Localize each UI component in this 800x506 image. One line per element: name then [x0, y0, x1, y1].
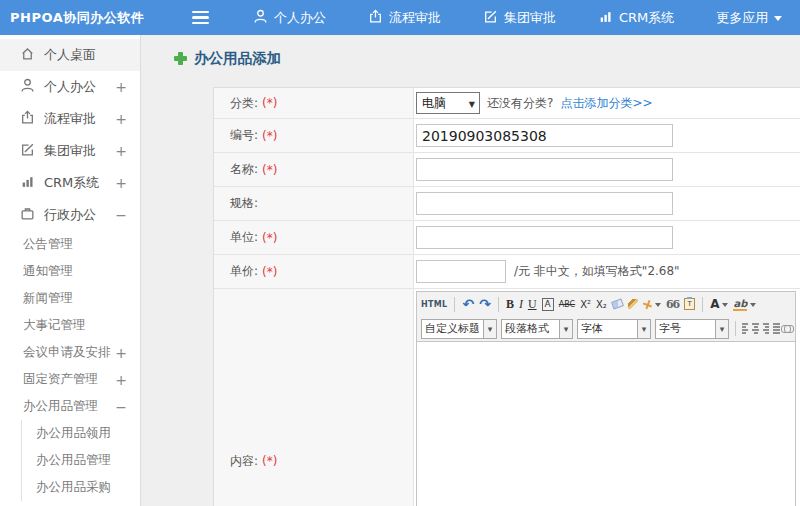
superscript-button[interactable]: X² — [580, 299, 591, 310]
align-right-icon[interactable] — [763, 323, 769, 334]
unit-label: 单位: (*) — [214, 221, 414, 254]
font-size-dropdown[interactable]: 字号 — [655, 319, 729, 339]
caret-down-icon — [774, 16, 782, 25]
category-select[interactable]: 电脑 — [416, 92, 480, 114]
price-label: 单价: (*) — [214, 255, 414, 288]
required-mark: (*) — [262, 163, 277, 177]
required-mark: (*) — [262, 265, 277, 279]
sidebar-item-supplies-requisition[interactable]: 办公用品领用 — [22, 420, 140, 447]
caret-down-icon — [655, 303, 661, 310]
paste-as-text-icon[interactable] — [684, 298, 695, 310]
expand-icon[interactable]: + — [115, 79, 127, 95]
redo-icon[interactable] — [479, 297, 491, 311]
undo-icon[interactable] — [462, 297, 474, 311]
sidebar-item-office-supplies-mgmt[interactable]: 办公用品管理 − — [0, 393, 140, 420]
highlight-color-button[interactable]: ab — [733, 298, 756, 311]
editor-toolbar-row1: HTML B I U A ABC X² X₂ — [417, 292, 795, 316]
expand-icon[interactable]: + — [115, 372, 127, 388]
wand-icon — [642, 298, 654, 310]
format-painter-icon[interactable] — [628, 299, 638, 309]
sidebar-item-supplies-management[interactable]: 办公用品管理 — [22, 447, 140, 474]
insert-link-icon[interactable] — [784, 325, 791, 333]
category-label: 分类: (*) — [214, 88, 414, 118]
align-center-icon[interactable] — [752, 323, 758, 334]
caret-down-icon — [750, 303, 756, 310]
sidebar-item-personal-desktop[interactable]: 个人桌面 — [0, 39, 140, 71]
add-category-link[interactable]: 点击添加分类>> — [560, 95, 652, 112]
content-label: 内容: (*) — [214, 289, 414, 506]
sidebar-item-group-approval[interactable]: 集团审批 + — [0, 135, 140, 167]
underline-button[interactable]: U — [528, 297, 537, 312]
align-justify-icon[interactable] — [773, 323, 779, 334]
sidebar-item-supplies-purchase[interactable]: 办公用品采购 — [22, 474, 140, 501]
sidebar-item-announcement-mgmt[interactable]: 公告管理 — [0, 231, 140, 258]
top-navbar: PHPOA协同办公软件 个人办公 流程审批 集团审批 CRM系统 更多应用 — [0, 0, 800, 35]
unit-input[interactable] — [416, 226, 673, 249]
collapse-icon[interactable]: − — [115, 399, 127, 415]
caret-down-icon — [722, 303, 728, 310]
price-format-hint: /元 非中文，如填写格式"2.68" — [514, 263, 680, 280]
font-color-button[interactable]: A — [710, 297, 728, 311]
custom-heading-dropdown[interactable]: 自定义标题 — [421, 319, 497, 339]
sidebar-item-workflow-approval[interactable]: 流程审批 + — [0, 103, 140, 135]
caret-down-icon — [559, 320, 572, 338]
number-input[interactable] — [416, 124, 673, 147]
briefcase-icon — [20, 206, 35, 224]
user-icon — [20, 78, 35, 96]
bold-button[interactable]: B — [506, 297, 514, 312]
nav-more-apps[interactable]: 更多应用 — [716, 9, 782, 27]
spec-input[interactable] — [416, 192, 673, 215]
expand-icon[interactable]: + — [115, 175, 127, 191]
nav-personal-office[interactable]: 个人办公 — [253, 9, 326, 27]
caret-down-icon — [483, 320, 496, 338]
share-icon — [20, 110, 35, 128]
share-icon — [368, 9, 383, 27]
editor-content[interactable] — [417, 341, 795, 506]
expand-icon[interactable]: + — [115, 345, 127, 361]
nav-crm-system[interactable]: CRM系统 — [598, 9, 674, 27]
name-input[interactable] — [416, 158, 673, 181]
strikethrough-button[interactable]: ABC — [559, 300, 575, 309]
sidebar-item-news-mgmt[interactable]: 新闻管理 — [0, 285, 140, 312]
required-mark: (*) — [262, 96, 277, 110]
html-source-button[interactable]: HTML — [421, 300, 447, 309]
nav-label: CRM系统 — [619, 9, 674, 27]
sidebar-item-crm-system[interactable]: CRM系统 + — [0, 167, 140, 199]
sidebar-item-notice-mgmt[interactable]: 通知管理 — [0, 258, 140, 285]
subscript-button[interactable]: X₂ — [596, 299, 607, 310]
expand-icon[interactable]: + — [115, 143, 127, 159]
italic-button[interactable]: I — [519, 297, 523, 312]
font-style-button[interactable]: A — [542, 298, 554, 311]
menu-toggle-icon[interactable] — [192, 11, 209, 25]
required-mark: (*) — [262, 454, 277, 468]
autoformat-button[interactable] — [643, 299, 661, 310]
edit-icon — [20, 142, 35, 160]
rich-text-editor: HTML B I U A ABC X² X₂ — [416, 291, 796, 506]
page-title: 办公用品添加 — [194, 49, 281, 68]
nav-label: 个人办公 — [274, 9, 326, 27]
category-select-value: 电脑 — [422, 95, 446, 112]
sidebar-item-fixed-assets-mgmt[interactable]: 固定资产管理 + — [0, 366, 140, 393]
sidebar-item-admin-office[interactable]: 行政办公 − — [0, 199, 140, 231]
edit-icon — [483, 9, 498, 27]
nav-workflow-approval[interactable]: 流程审批 — [368, 9, 441, 27]
paragraph-format-dropdown[interactable]: 段落格式 — [501, 319, 573, 339]
sidebar-item-memorabilia-mgmt[interactable]: 大事记管理 — [0, 312, 140, 339]
nav-group-approval[interactable]: 集团审批 — [483, 9, 556, 27]
select-caret-icon — [469, 96, 475, 110]
sidebar-item-meeting-request[interactable]: 会议申请及安排 + — [0, 339, 140, 366]
nav-label: 集团审批 — [504, 9, 556, 27]
expand-icon[interactable]: + — [115, 111, 127, 127]
form-row-unit: 单位: (*) — [214, 221, 800, 255]
collapse-icon[interactable]: − — [115, 207, 127, 223]
align-left-icon[interactable] — [742, 323, 748, 334]
office-supplies-submenu: 办公用品领用 办公用品管理 办公用品采购 — [21, 420, 140, 501]
sidebar-item-personal-office[interactable]: 个人办公 + — [0, 71, 140, 103]
price-input[interactable] — [416, 260, 506, 283]
form-row-content: 内容: (*) HTML B I U — [214, 289, 800, 506]
blockquote-button[interactable]: 66 — [666, 298, 679, 311]
sidebar: 个人桌面 个人办公 + 流程审批 + 集团审批 + CRM系统 + 行政办公 − — [0, 35, 141, 506]
font-family-dropdown[interactable]: 字体 — [577, 319, 651, 339]
number-label: 编号: (*) — [214, 119, 414, 152]
remove-format-icon[interactable] — [611, 298, 624, 309]
